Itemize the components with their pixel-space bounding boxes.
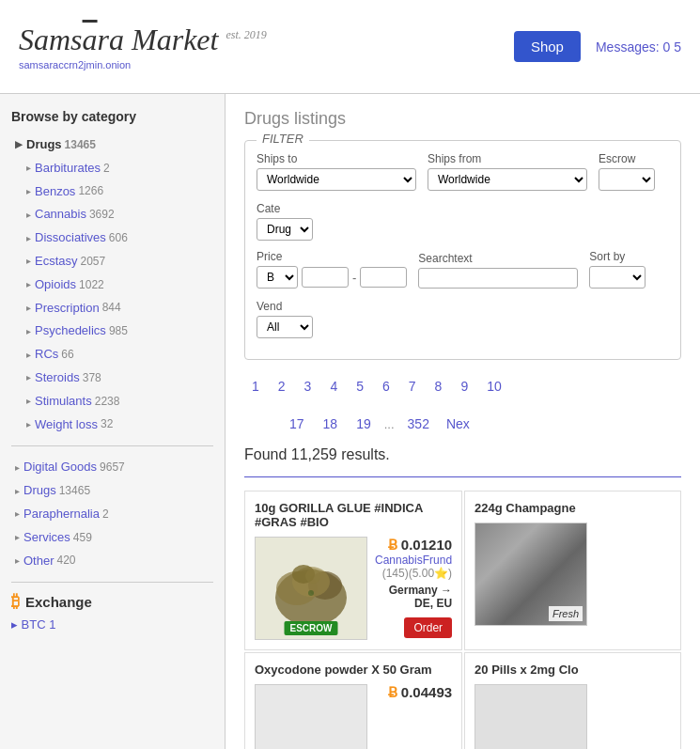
escrow-group: Escrow	[599, 152, 655, 191]
sidebar-item-paraphernalia[interactable]: ▸ Paraphernalia 2	[11, 503, 213, 526]
sidebar-item-opioids[interactable]: ▸ Opioids 1022	[11, 273, 213, 297]
sidebar-item-cannabis[interactable]: ▸ Cannabis 3692	[11, 203, 213, 226]
ships-to-group: Ships to Worldwide	[257, 152, 416, 191]
price-currency-select[interactable]: B	[257, 266, 298, 289]
sidebar-item-stimulants[interactable]: ▸ Stimulants 2238	[11, 390, 213, 414]
sidebar-divider2	[11, 582, 213, 583]
filter-row-2: Price B - Searchtext Sort by	[257, 250, 669, 338]
page-5[interactable]: 5	[349, 375, 371, 398]
sortby-group: Sort by	[589, 250, 646, 289]
rock-image: Fresh	[475, 523, 586, 625]
exchange-row[interactable]: ▸ BTC 1	[11, 617, 213, 632]
logo: Samsara Market est. 2019	[19, 23, 267, 57]
price-from-input[interactable]	[302, 267, 349, 288]
sortby-label: Sort by	[589, 250, 646, 263]
page-9[interactable]: 9	[453, 375, 475, 398]
ships-from-group: Ships from Worldwide	[428, 152, 587, 191]
results-divider	[244, 476, 681, 477]
listing-info-2	[595, 523, 671, 626]
listing-card-4: 20 Pills x 2mg Clo	[464, 652, 681, 749]
sidebar-item-dissociatives[interactable]: ▸ Dissociatives 606	[11, 226, 213, 250]
listing-body-1: ESCROW Ƀ 0.01210 CannabisFrund (145)(5.0…	[255, 537, 452, 640]
page-18[interactable]: 18	[316, 413, 346, 435]
page-4[interactable]: 4	[322, 375, 345, 398]
sidebar-item-steroids[interactable]: ▸ Steroids 378	[11, 367, 213, 390]
searchtext-label: Searchtext	[418, 252, 578, 265]
vendor-select[interactable]: All	[257, 316, 313, 338]
sidebar-divider	[11, 445, 213, 446]
filter-legend: FILTER	[257, 132, 309, 146]
listing-seller-1[interactable]: CannabisFrund	[375, 554, 452, 567]
sidebar-item-psychedelics[interactable]: ▸ Psychedelics 985	[11, 320, 213, 343]
page-8[interactable]: 8	[428, 375, 450, 398]
ships-from-select[interactable]: Worldwide	[428, 168, 587, 191]
sortby-select[interactable]	[589, 266, 646, 289]
sidebar-item-drugs[interactable]: ▶ Drugs 13465	[11, 133, 213, 157]
sidebar-item-benzos[interactable]: ▸ Benzos 1266	[11, 180, 213, 204]
ships-to-label: Ships to	[257, 152, 416, 165]
exchange-title: ₿ Exchange	[11, 592, 213, 612]
listings-grid: 10g GORILLA GLUE #INDICA #GRAS #BIO	[244, 491, 681, 749]
page-2[interactable]: 2	[271, 375, 293, 398]
page-3[interactable]: 3	[297, 375, 319, 398]
sidebar-item-other[interactable]: ▸ Other 420	[11, 550, 213, 573]
price-group: Price B -	[257, 250, 407, 289]
searchtext-group: Searchtext	[418, 252, 578, 289]
page-352[interactable]: 352	[400, 413, 437, 435]
next-button[interactable]: Nex	[441, 413, 475, 435]
content-title: Drugs listings	[244, 109, 681, 129]
top-bar: Samsara Market est. 2019 samsaraccrn2jmi…	[0, 0, 700, 94]
logo-since: est. 2019	[226, 28, 266, 41]
sidebar-item-rcs[interactable]: ▸ RCs 66	[11, 343, 213, 367]
page-1[interactable]: 1	[244, 375, 267, 398]
listing-title-4: 20 Pills x 2mg Clo	[474, 663, 671, 677]
listing-rating-1: (145)(5.00⭐)	[375, 567, 452, 580]
sidebar-item-prescription[interactable]: ▸ Prescription 844	[11, 297, 213, 320]
listing-title-1: 10g GORILLA GLUE #INDICA #GRAS #BIO	[255, 501, 452, 529]
listing-title-2: 224g Champagne	[474, 501, 671, 515]
listing-body-4	[474, 684, 671, 749]
category-label: Cate	[257, 202, 313, 215]
vendor-label: Vend	[257, 300, 313, 313]
page-6[interactable]: 6	[375, 375, 397, 398]
filter-row-1: Ships to Worldwide Ships from Worldwide …	[257, 152, 669, 241]
ships-to-select[interactable]: Worldwide	[257, 168, 416, 191]
sidebar-item-services[interactable]: ▸ Services 459	[11, 526, 213, 550]
pagination-row2: 17 18 19 ... 352 Nex	[244, 413, 681, 435]
messages-link[interactable]: Messages: 0 5	[596, 39, 681, 55]
listing-info-4	[595, 684, 671, 749]
listing-image-4	[474, 684, 587, 749]
svg-point-5	[305, 569, 320, 584]
price-to-input[interactable]	[360, 267, 407, 288]
sidebar-item-digital-goods[interactable]: ▸ Digital Goods 9657	[11, 456, 213, 479]
domain[interactable]: samsaraccrn2jmin.onion	[19, 59, 267, 70]
category-group: Cate Drug	[257, 202, 313, 241]
sidebar: Browse by category ▶ Drugs 13465 ▸ Barbi…	[0, 94, 226, 749]
listing-title-3: Oxycodone powder X 50 Gram	[255, 663, 452, 677]
order-button-1[interactable]: Order	[404, 617, 452, 638]
page-19[interactable]: 19	[349, 413, 379, 435]
sidebar-item-ecstasy[interactable]: ▸ Ecstasy 2057	[11, 250, 213, 273]
listing-card-3: Oxycodone powder X 50 Gram Ƀ 0.04493	[244, 652, 462, 749]
price-label: Price	[257, 250, 407, 263]
page-17[interactable]: 17	[282, 413, 312, 435]
triangle-icon: ▸	[26, 161, 31, 176]
sidebar-item-barbiturates[interactable]: ▸ Barbiturates 2	[11, 157, 213, 180]
listing-image-1: ESCROW	[255, 537, 367, 640]
price-dash: -	[352, 271, 356, 285]
sidebar-item-weightloss[interactable]: ▸ Weight loss 32	[11, 414, 213, 437]
listing-info-3: Ƀ 0.04493	[375, 684, 452, 749]
exchange-section: ₿ Exchange ▸ BTC 1	[11, 592, 213, 632]
searchtext-input[interactable]	[418, 268, 578, 289]
page-10[interactable]: 10	[479, 375, 509, 398]
shop-button[interactable]: Shop	[514, 31, 581, 62]
primary-categories: ▶ Drugs 13465 ▸ Barbiturates 2 ▸ Benzos …	[11, 133, 213, 436]
sidebar-title: Browse by category	[11, 109, 213, 124]
category-select[interactable]: Drug	[257, 218, 313, 241]
page-7[interactable]: 7	[401, 375, 424, 398]
results-count: Found 11,259 results.	[244, 446, 681, 463]
content: Drugs listings FILTER Ships to Worldwide…	[226, 94, 700, 749]
sidebar-item-drugs2[interactable]: ▸ Drugs 13465	[11, 479, 213, 503]
escrow-select[interactable]	[599, 168, 655, 191]
svg-point-6	[308, 590, 314, 596]
